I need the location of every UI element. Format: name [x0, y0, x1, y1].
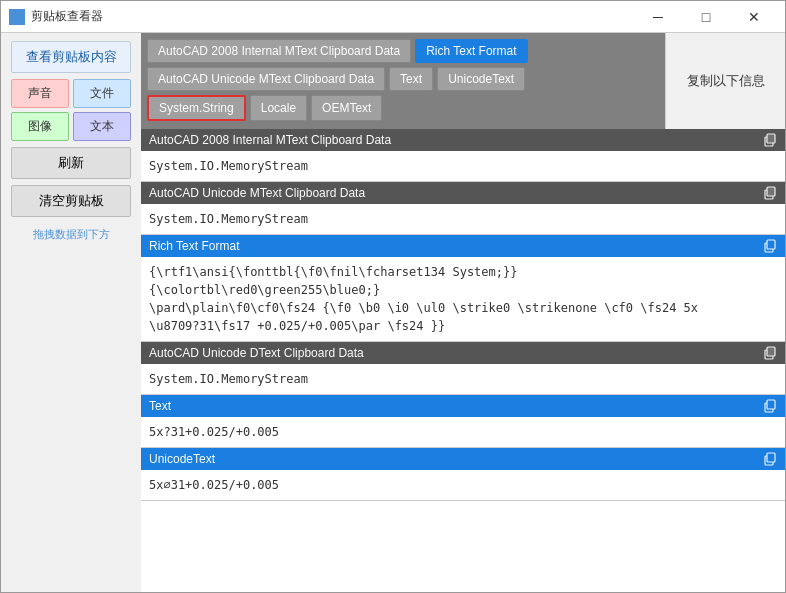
top-bar: AutoCAD 2008 Internal MText Clipboard Da…: [141, 33, 785, 129]
maximize-button[interactable]: □: [683, 3, 729, 31]
refresh-button[interactable]: 刷新: [11, 147, 131, 179]
section-title-rtf: Rich Text Format: [149, 239, 239, 253]
section-title-autocad-dtext: AutoCAD Unicode DText Clipboard Data: [149, 346, 364, 360]
section-title-autocad-unicode-mtext: AutoCAD Unicode MText Clipboard Data: [149, 186, 365, 200]
format-area: AutoCAD 2008 Internal MText Clipboard Da…: [141, 33, 665, 129]
copy-icon-rtf[interactable]: [763, 239, 777, 253]
section-header-autocad2008: AutoCAD 2008 Internal MText Clipboard Da…: [141, 129, 785, 151]
window-title: 剪贴板查看器: [31, 8, 635, 25]
copy-info-panel: 复制以下信息: [665, 33, 785, 129]
sound-button[interactable]: 声音: [11, 79, 69, 108]
main-content: 查看剪贴板内容 声音 文件 图像 文本 刷新 清空剪贴板 拖拽数据到下方 Aut…: [1, 33, 785, 592]
copy-icon-autocad2008[interactable]: [763, 133, 777, 147]
section-body-text: 5x?31+0.025/+0.005: [141, 417, 785, 447]
svg-rect-7: [767, 347, 775, 356]
drag-hint: 拖拽数据到下方: [33, 227, 110, 242]
image-button[interactable]: 图像: [11, 112, 69, 141]
svg-rect-11: [767, 453, 775, 462]
section-unicodetext: UnicodeText 5x∅31+0.025/+0.005: [141, 448, 785, 501]
section-rtf: Rich Text Format {\rtf1\ansi{\fonttbl{\f…: [141, 235, 785, 342]
section-title-autocad2008: AutoCAD 2008 Internal MText Clipboard Da…: [149, 133, 391, 147]
svg-rect-5: [767, 240, 775, 249]
format-btn-autocad-unicode-mtext[interactable]: AutoCAD Unicode MText Clipboard Data: [147, 67, 385, 91]
svg-rect-9: [767, 400, 775, 409]
section-title-text: Text: [149, 399, 171, 413]
close-button[interactable]: ✕: [731, 3, 777, 31]
copy-icon-unicodetext[interactable]: [763, 452, 777, 466]
section-header-autocad-dtext: AutoCAD Unicode DText Clipboard Data: [141, 342, 785, 364]
section-header-autocad-unicode-mtext: AutoCAD Unicode MText Clipboard Data: [141, 182, 785, 204]
format-row-2: AutoCAD Unicode MText Clipboard Data Tex…: [147, 67, 659, 91]
section-body-unicodetext: 5x∅31+0.025/+0.005: [141, 470, 785, 500]
format-btn-rich-text[interactable]: Rich Text Format: [415, 39, 527, 63]
section-header-unicodetext: UnicodeText: [141, 448, 785, 470]
window-controls: ─ □ ✕: [635, 3, 777, 31]
main-window: 剪贴板查看器 ─ □ ✕ 查看剪贴板内容 声音 文件 图像 文本 刷新 清空剪贴…: [0, 0, 786, 593]
section-body-rtf: {\rtf1\ansi{\fonttbl{\f0\fnil\fcharset13…: [141, 257, 785, 341]
copy-icon-autocad-unicode-mtext[interactable]: [763, 186, 777, 200]
app-icon: [9, 9, 25, 25]
media-type-grid: 声音 文件 图像 文本: [11, 79, 131, 141]
view-clipboard-button[interactable]: 查看剪贴板内容: [11, 41, 131, 73]
format-row-1: AutoCAD 2008 Internal MText Clipboard Da…: [147, 39, 659, 63]
format-btn-unicodetext[interactable]: UnicodeText: [437, 67, 525, 91]
copy-icon-text[interactable]: [763, 399, 777, 413]
section-text: Text 5x?31+0.025/+0.005: [141, 395, 785, 448]
section-header-rtf: Rich Text Format: [141, 235, 785, 257]
section-body-autocad2008: System.IO.MemoryStream: [141, 151, 785, 181]
text-button[interactable]: 文本: [73, 112, 131, 141]
format-btn-oemtext[interactable]: OEMText: [311, 95, 382, 121]
format-btn-system-string[interactable]: System.String: [147, 95, 246, 121]
svg-rect-1: [767, 134, 775, 143]
format-btn-text[interactable]: Text: [389, 67, 433, 91]
section-body-autocad-dtext: System.IO.MemoryStream: [141, 364, 785, 394]
sidebar: 查看剪贴板内容 声音 文件 图像 文本 刷新 清空剪贴板 拖拽数据到下方: [1, 33, 141, 592]
svg-rect-3: [767, 187, 775, 196]
content-list[interactable]: AutoCAD 2008 Internal MText Clipboard Da…: [141, 129, 785, 592]
clear-clipboard-button[interactable]: 清空剪贴板: [11, 185, 131, 217]
section-title-unicodetext: UnicodeText: [149, 452, 215, 466]
format-btn-autocad2008-mtext[interactable]: AutoCAD 2008 Internal MText Clipboard Da…: [147, 39, 411, 63]
section-autocad2008-mtext: AutoCAD 2008 Internal MText Clipboard Da…: [141, 129, 785, 182]
right-panel: AutoCAD 2008 Internal MText Clipboard Da…: [141, 33, 785, 592]
section-autocad-unicode-mtext: AutoCAD Unicode MText Clipboard Data Sys…: [141, 182, 785, 235]
titlebar: 剪贴板查看器 ─ □ ✕: [1, 1, 785, 33]
format-row-3: System.String Locale OEMText: [147, 95, 659, 121]
format-btn-locale[interactable]: Locale: [250, 95, 307, 121]
section-autocad-dtext: AutoCAD Unicode DText Clipboard Data Sys…: [141, 342, 785, 395]
file-button[interactable]: 文件: [73, 79, 131, 108]
section-header-text: Text: [141, 395, 785, 417]
minimize-button[interactable]: ─: [635, 3, 681, 31]
copy-icon-autocad-dtext[interactable]: [763, 346, 777, 360]
section-body-autocad-unicode-mtext: System.IO.MemoryStream: [141, 204, 785, 234]
